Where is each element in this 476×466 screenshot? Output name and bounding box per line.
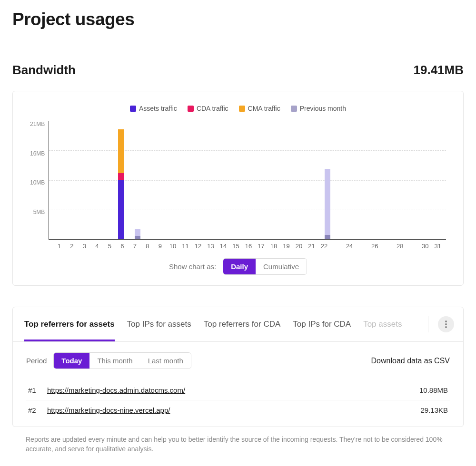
bar-segment bbox=[118, 180, 124, 239]
tab-2[interactable]: Top referrers for CDA bbox=[204, 307, 281, 341]
rank-cell: #2 bbox=[26, 400, 45, 420]
bar-slot bbox=[152, 121, 165, 239]
bar-slot bbox=[190, 121, 203, 239]
period-today[interactable]: Today bbox=[54, 353, 89, 369]
bar-slot bbox=[343, 121, 356, 239]
chart-y-axis: 21MB16MB10MB5MB bbox=[30, 121, 49, 240]
x-tick: 18 bbox=[268, 243, 280, 250]
legend-item[interactable]: Previous month bbox=[291, 105, 346, 112]
rank-cell: #1 bbox=[26, 380, 45, 400]
url-cell: https://marketing-docs-nine.vercel.app/ bbox=[45, 400, 375, 420]
svg-point-2 bbox=[445, 326, 447, 328]
bar-slot bbox=[115, 121, 128, 239]
chart-bars bbox=[49, 121, 446, 239]
svg-point-0 bbox=[445, 320, 447, 322]
legend-swatch bbox=[239, 106, 245, 112]
y-tick: 5MB bbox=[33, 209, 45, 215]
y-tick: 16MB bbox=[30, 150, 45, 157]
download-csv-link[interactable]: Download data as CSV bbox=[371, 357, 450, 365]
x-tick: 16 bbox=[242, 243, 255, 250]
x-tick: 8 bbox=[141, 243, 154, 250]
x-tick bbox=[356, 243, 368, 250]
x-tick: 11 bbox=[179, 243, 192, 250]
bar-slot bbox=[279, 121, 292, 239]
bar-slot bbox=[241, 121, 254, 239]
legend-label: Previous month bbox=[300, 105, 346, 112]
bar-slot bbox=[102, 121, 115, 239]
legend-item[interactable]: CMA traffic bbox=[239, 105, 280, 112]
bar-slot bbox=[178, 121, 191, 239]
tabs-scroll: Top referrers for assetsTop IPs for asse… bbox=[13, 307, 428, 341]
x-tick: 17 bbox=[255, 243, 268, 250]
x-tick: 2 bbox=[66, 243, 79, 250]
x-tick: 20 bbox=[293, 243, 306, 250]
value-cell: 29.13KB bbox=[375, 400, 450, 420]
x-tick: 3 bbox=[78, 243, 91, 250]
y-tick: 21MB bbox=[30, 121, 45, 127]
bar-slot bbox=[127, 121, 140, 239]
referrer-link[interactable]: https://marketing-docs-nine.vercel.app/ bbox=[47, 406, 170, 414]
x-tick: 26 bbox=[368, 243, 381, 250]
x-tick: 30 bbox=[419, 243, 432, 250]
period-segmented: TodayThis monthLast month bbox=[53, 352, 191, 369]
legend-item[interactable]: CDA traffic bbox=[188, 105, 228, 112]
more-icon[interactable] bbox=[438, 316, 454, 332]
bar-slot bbox=[317, 121, 330, 239]
tab-3[interactable]: Top IPs for CDA bbox=[293, 307, 351, 341]
tabs-more bbox=[428, 316, 463, 332]
legend-label: Assets traffic bbox=[139, 105, 177, 112]
period-this-month[interactable]: This month bbox=[89, 353, 140, 369]
bar-slot bbox=[292, 121, 305, 239]
legend-swatch bbox=[188, 106, 194, 112]
x-tick bbox=[381, 243, 394, 250]
bar-slot bbox=[267, 121, 279, 239]
chart-mode-cumulative[interactable]: Cumulative bbox=[256, 259, 307, 274]
chart-area: 21MB16MB10MB5MB bbox=[30, 121, 446, 240]
bandwidth-header: Bandwidth 19.41MB bbox=[12, 63, 464, 78]
legend-item[interactable]: Assets traffic bbox=[130, 105, 177, 112]
tab-0[interactable]: Top referrers for assets bbox=[24, 307, 115, 341]
tab-4[interactable]: Top assets bbox=[363, 307, 402, 341]
chart-controls-label: Show chart as: bbox=[169, 262, 216, 271]
bar-slot bbox=[394, 121, 407, 239]
period-row: Period TodayThis monthLast month Downloa… bbox=[26, 352, 450, 369]
x-tick bbox=[330, 243, 343, 250]
chart-plot bbox=[49, 121, 446, 240]
chart-x-axis: 1234567891011121314151617181920212224262… bbox=[51, 240, 446, 250]
bar-slot bbox=[406, 121, 419, 239]
bar-slot bbox=[77, 121, 89, 239]
legend-swatch bbox=[291, 106, 297, 112]
value-cell: 10.88MB bbox=[375, 380, 450, 400]
x-tick: 15 bbox=[229, 243, 242, 250]
x-tick: 14 bbox=[217, 243, 230, 250]
x-tick: 19 bbox=[280, 243, 293, 250]
legend-label: CMA traffic bbox=[248, 105, 280, 112]
bar-slot bbox=[228, 121, 241, 239]
bandwidth-chart-card: Assets trafficCDA trafficCMA trafficPrev… bbox=[12, 91, 464, 286]
prev-month-bar bbox=[135, 229, 140, 239]
chart-mode-daily[interactable]: Daily bbox=[223, 259, 256, 274]
chart-legend: Assets trafficCDA trafficCMA trafficPrev… bbox=[30, 105, 446, 112]
bar-slot bbox=[305, 121, 317, 239]
bar-slot bbox=[330, 121, 343, 239]
bar-segment bbox=[118, 173, 124, 180]
x-tick: 9 bbox=[154, 243, 167, 250]
x-tick: 28 bbox=[394, 243, 407, 250]
bandwidth-total: 19.41MB bbox=[414, 63, 464, 78]
chart-controls: Show chart as: DailyCumulative bbox=[30, 258, 446, 275]
tab-1[interactable]: Top IPs for assets bbox=[127, 307, 191, 341]
x-tick: 6 bbox=[116, 243, 129, 250]
x-tick: 21 bbox=[305, 243, 318, 250]
bar-stack bbox=[118, 129, 124, 239]
bar-slot bbox=[356, 121, 368, 239]
period-last-month[interactable]: Last month bbox=[140, 353, 191, 369]
table-row: #2https://marketing-docs-nine.vercel.app… bbox=[26, 400, 450, 420]
x-tick: 22 bbox=[318, 243, 331, 250]
x-tick: 4 bbox=[91, 243, 104, 250]
svg-point-1 bbox=[445, 323, 447, 325]
legend-label: CDA traffic bbox=[197, 105, 228, 112]
url-cell: https://marketing-docs.admin.datocms.com… bbox=[45, 380, 375, 400]
x-tick: 13 bbox=[204, 243, 217, 250]
referrer-link[interactable]: https://marketing-docs.admin.datocms.com… bbox=[47, 386, 185, 394]
x-tick: 7 bbox=[129, 243, 141, 250]
